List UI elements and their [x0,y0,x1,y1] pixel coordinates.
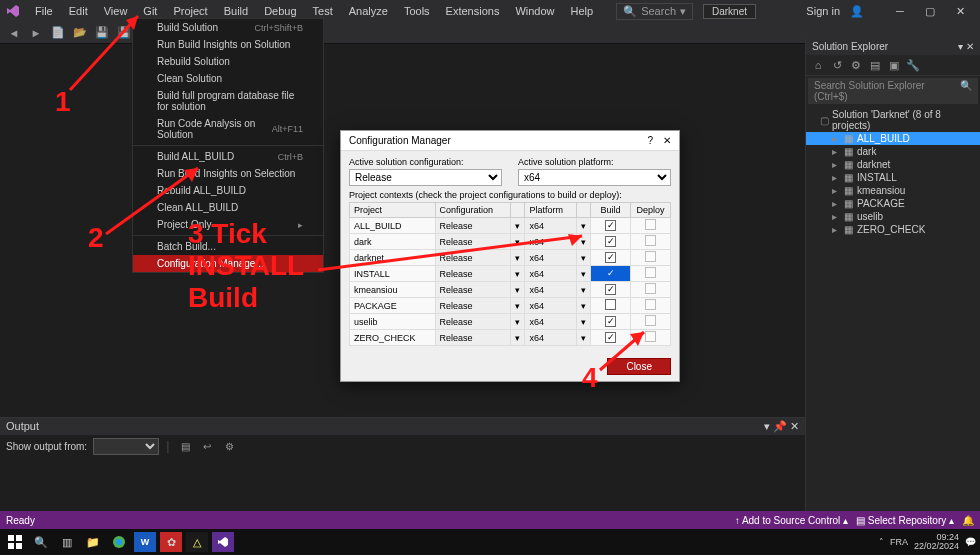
taskbar-explorer-icon[interactable]: 📁 [82,532,104,552]
cell-config[interactable]: Release [435,266,511,282]
cell-platform[interactable]: x64 [525,282,577,298]
cell-config-dd[interactable]: ▾ [511,330,525,346]
home-icon[interactable]: ⌂ [810,57,826,73]
menu-help[interactable]: Help [564,3,601,19]
cell-deploy[interactable] [631,298,671,314]
cell-config-dd[interactable]: ▾ [511,218,525,234]
output-wrap-icon[interactable]: ↩ [199,439,215,455]
menu-run-insights-sel[interactable]: Run Build Insights on Selection [133,165,323,182]
menu-clean-solution[interactable]: Clean Solution [133,70,323,87]
cell-config[interactable]: Release [435,234,511,250]
menu-project-only[interactable]: Project Only▸ [133,216,323,233]
cell-platform-dd[interactable]: ▾ [577,314,591,330]
status-select-repo[interactable]: ▤ Select Repository ▴ [856,515,954,526]
cell-deploy[interactable] [631,218,671,234]
start-button[interactable] [4,532,26,552]
status-bell-icon[interactable]: 🔔 [962,515,974,526]
cell-deploy[interactable] [631,282,671,298]
menu-run-build-insights[interactable]: Run Build Insights on Solution [133,36,323,53]
output-set-icon[interactable]: ⚙ [221,439,237,455]
menu-project[interactable]: Project [166,3,214,19]
solution-project-dark[interactable]: ▸▦dark [806,145,980,158]
status-add-source[interactable]: ↑ Add to Source Control ▴ [735,515,848,526]
cell-config-dd[interactable]: ▾ [511,250,525,266]
cell-build[interactable] [591,330,631,346]
cell-config[interactable]: Release [435,298,511,314]
menu-batch-build[interactable]: Batch Build... [133,238,323,255]
save-all-icon[interactable]: 💾 [116,25,132,41]
nav-fwd-icon[interactable]: ► [28,25,44,41]
cell-deploy[interactable] [631,314,671,330]
cell-config-dd[interactable]: ▾ [511,282,525,298]
cell-deploy[interactable] [631,250,671,266]
taskbar-app2-icon[interactable]: △ [186,532,208,552]
tool-icon[interactable]: ⚙ [848,57,864,73]
search-box[interactable]: 🔍 Search ▾ [616,3,693,20]
output-clear-icon[interactable]: ▤ [177,439,193,455]
user-icon[interactable]: 👤 [850,5,864,18]
tray-chevron-icon[interactable]: ˄ [879,537,884,547]
tray-clock[interactable]: 09:2422/02/2024 [914,533,959,551]
solution-project-all_build[interactable]: ▸▦ALL_BUILD [806,132,980,145]
cell-platform[interactable]: x64 [525,266,577,282]
cell-build[interactable] [591,314,631,330]
solution-project-install[interactable]: ▸▦INSTALL [806,171,980,184]
cell-platform-dd[interactable]: ▾ [577,266,591,282]
panel-options-icon[interactable]: ▾ ✕ [958,41,974,52]
cell-platform-dd[interactable]: ▾ [577,218,591,234]
maximize-button[interactable]: ▢ [916,1,944,21]
menu-rebuild-all[interactable]: Rebuild ALL_BUILD [133,182,323,199]
solution-project-package[interactable]: ▸▦PACKAGE [806,197,980,210]
filter-icon[interactable]: ▤ [867,57,883,73]
cell-platform[interactable]: x64 [525,250,577,266]
cell-config-dd[interactable]: ▾ [511,314,525,330]
output-source-dropdown[interactable] [93,438,159,455]
tray-notifications-icon[interactable]: 💬 [965,537,976,547]
cell-config[interactable]: Release [435,314,511,330]
menu-debug[interactable]: Debug [257,3,303,19]
taskbar-taskview-icon[interactable]: ▥ [56,532,78,552]
active-config-dropdown[interactable]: Release [349,169,502,186]
solution-project-zero_check[interactable]: ▸▦ZERO_CHECK [806,223,980,236]
menu-rebuild-solution[interactable]: Rebuild Solution [133,53,323,70]
cell-deploy[interactable] [631,234,671,250]
menu-clean-all[interactable]: Clean ALL_BUILD [133,199,323,216]
sync-icon[interactable]: ↺ [829,57,845,73]
menu-build-solution[interactable]: Build SolutionCtrl+Shift+B [133,19,323,36]
menu-file[interactable]: File [28,3,60,19]
cell-deploy[interactable] [631,266,671,282]
cell-build[interactable] [591,298,631,314]
solution-search[interactable]: Search Solution Explorer (Ctrl+$)🔍 [808,78,978,104]
solution-project-darknet[interactable]: ▸▦darknet [806,158,980,171]
dialog-close-icon[interactable]: ✕ [663,135,671,146]
menu-tools[interactable]: Tools [397,3,437,19]
cell-build[interactable] [591,282,631,298]
active-platform-dropdown[interactable]: x64 [518,169,671,186]
taskbar-vs-icon[interactable] [212,532,234,552]
cell-config-dd[interactable]: ▾ [511,298,525,314]
cell-config[interactable]: Release [435,282,511,298]
dialog-help-icon[interactable]: ? [647,135,653,146]
menu-build[interactable]: Build [217,3,255,19]
solution-project-uselib[interactable]: ▸▦uselib [806,210,980,223]
solution-project-kmeansiou[interactable]: ▸▦kmeansiou [806,184,980,197]
signin-link[interactable]: Sign in [806,5,840,17]
cell-build[interactable] [591,234,631,250]
menu-full-db[interactable]: Build full program database file for sol… [133,87,323,115]
cell-platform[interactable]: x64 [525,314,577,330]
cell-build[interactable] [591,250,631,266]
solution-config-dropdown[interactable]: Darknet [703,4,756,19]
cell-build[interactable] [591,266,631,282]
taskbar-app1-icon[interactable]: ✿ [160,532,182,552]
cell-platform[interactable]: x64 [525,298,577,314]
cell-platform[interactable]: x64 [525,218,577,234]
cell-deploy[interactable] [631,330,671,346]
taskbar-search-icon[interactable]: 🔍 [30,532,52,552]
nav-back-icon[interactable]: ◄ [6,25,22,41]
cell-platform-dd[interactable]: ▾ [577,330,591,346]
wrench-icon[interactable]: 🔧 [905,57,921,73]
cell-platform[interactable]: x64 [525,234,577,250]
menu-build-all[interactable]: Build ALL_BUILDCtrl+B [133,148,323,165]
cell-config-dd[interactable]: ▾ [511,234,525,250]
minimize-button[interactable]: ─ [886,1,914,21]
